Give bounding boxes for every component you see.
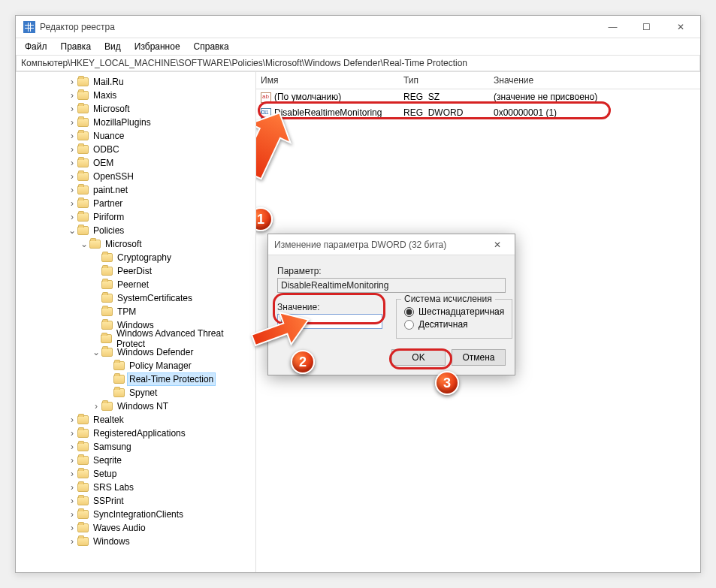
tree-item[interactable]: ›Microsoft [16,102,255,116]
tree-item-label: Windows Defender [116,346,195,358]
tree-item-label: Piriform [92,211,125,223]
dialog-close-button[interactable]: ✕ [486,240,509,250]
menu-view[interactable]: Вид [98,40,127,53]
tree-item[interactable]: ›MozillaPlugins [16,116,255,129]
tree-item-label: Cryptography [116,252,173,264]
param-name-field: DisableRealtimeMonitoring [277,278,506,293]
chevron-down-icon[interactable]: ⌄ [79,239,89,249]
value-row-default[interactable]: (По умолчанию) REG_SZ (значение не присв… [256,89,700,105]
app-icon [23,21,35,33]
tree-item[interactable]: ›Realtek [16,413,255,427]
value-row-disablerealtime[interactable]: DisableRealtimeMonitoring REG_DWORD 0x00… [256,105,700,121]
tree-item[interactable]: ›Seqrite [16,454,255,467]
tree-item[interactable]: Spynet [16,386,255,400]
menu-edit[interactable]: Правка [55,40,98,53]
folder-icon [101,307,113,316]
menu-file[interactable]: Файл [19,40,53,53]
tree-item[interactable]: Policy Manager [16,359,255,372]
folder-icon [77,226,89,235]
tree-item[interactable]: TPM [16,305,255,318]
tree-item[interactable]: Windows Advanced Threat Protect [16,332,255,345]
radio-hex-input[interactable] [404,307,414,317]
chevron-right-icon[interactable]: › [67,144,77,155]
tree-item[interactable]: ⌄Microsoft [16,237,255,251]
tree-item[interactable]: ›Samsung [16,440,255,454]
tree-item[interactable]: ›SSPrint [16,494,255,508]
dialog-titlebar[interactable]: Изменение параметра DWORD (32 бита) ✕ [268,234,515,255]
tree-item[interactable]: ›SyncIntegrationClients [16,508,255,521]
ok-button[interactable]: OK [391,349,446,366]
radio-dec-input[interactable] [404,320,414,330]
tree-item[interactable]: Cryptography [16,251,255,264]
folder-icon [101,321,113,330]
radio-hex[interactable]: Шестнадцатеричная [404,306,504,317]
tree-item[interactable]: ›Piriform [16,210,255,224]
chevron-right-icon[interactable]: › [67,131,77,141]
menu-help[interactable]: Справка [188,40,235,53]
annotation-arrow-1 [256,110,288,187]
chevron-right-icon[interactable]: › [67,523,77,533]
menu-favorites[interactable]: Избранное [128,40,186,53]
col-data[interactable]: Значение [494,75,696,86]
chevron-right-icon[interactable]: › [67,90,77,101]
chevron-right-icon[interactable]: › [67,428,77,439]
maximize-button[interactable]: ☐ [630,17,663,38]
tree-item[interactable]: Real-Time Protection [16,372,255,386]
chevron-right-icon[interactable]: › [67,198,77,209]
chevron-right-icon[interactable]: › [67,536,77,547]
col-type[interactable]: Тип [403,75,494,86]
tree-item[interactable]: ›Waves Audio [16,521,255,535]
chevron-right-icon[interactable]: › [67,158,77,168]
tree-item[interactable]: ›OEM [16,156,255,170]
chevron-down-icon[interactable]: ⌄ [91,347,101,357]
chevron-right-icon[interactable]: › [67,104,77,114]
radio-dec[interactable]: Десятичная [404,319,504,330]
chevron-right-icon[interactable]: › [67,415,77,425]
chevron-right-icon[interactable]: › [67,482,77,493]
col-name[interactable]: Имя [261,75,403,86]
address-bar[interactable]: Компьютер\HKEY_LOCAL_MACHINE\SOFTWARE\Po… [16,55,700,71]
tree-item-label: PeerDist [116,265,153,277]
chevron-right-icon[interactable]: › [67,496,77,506]
chevron-right-icon[interactable]: › [67,509,77,520]
tree-item[interactable]: ›Partner [16,197,255,210]
folder-icon [77,213,89,222]
tree-item[interactable]: ›Maxis [16,89,255,102]
folder-icon [77,496,89,505]
folder-icon [101,334,112,343]
tree-item-label: Real-Time Protection [128,373,215,385]
chevron-down-icon[interactable]: ⌄ [67,225,77,236]
tree-item[interactable]: ›OpenSSH [16,170,255,183]
chevron-right-icon[interactable]: › [67,212,77,222]
tree-item[interactable]: ⌄Policies [16,224,255,237]
chevron-right-icon[interactable]: › [67,442,77,452]
chevron-right-icon[interactable]: › [67,77,77,87]
tree-item[interactable]: ›Mail.Ru [16,75,255,89]
tree-item[interactable]: ›SRS Labs [16,481,255,494]
tree-item[interactable]: ›Setup [16,467,255,481]
cancel-button[interactable]: Отмена [452,349,506,366]
tree-item[interactable]: ›ODBC [16,143,255,156]
tree-item[interactable]: ›RegisteredApplications [16,427,255,440]
chevron-right-icon[interactable]: › [67,171,77,182]
tree-item[interactable]: ›Nuance [16,129,255,143]
base-groupbox: Система исчисления Шестнадцатеричная Дес… [396,299,512,339]
folder-icon [101,294,113,303]
tree-item[interactable]: ›paint.net [16,183,255,197]
chevron-right-icon[interactable]: › [67,455,77,466]
chevron-right-icon[interactable]: › [67,117,77,128]
tree-item[interactable]: PeerDist [16,264,255,278]
tree-item-label: OEM [92,157,115,169]
value-input[interactable] [277,314,382,329]
key-tree[interactable]: ›Mail.Ru›Maxis›Microsoft›MozillaPlugins›… [16,72,256,572]
tree-item[interactable]: Peernet [16,278,255,291]
chevron-right-icon[interactable]: › [91,401,101,412]
chevron-right-icon[interactable]: › [67,185,77,195]
tree-item[interactable]: ›Windows [16,535,255,548]
tree-item[interactable]: ›Windows NT [16,400,255,413]
tree-item[interactable]: SystemCertificates [16,291,255,305]
tree-item-label: Windows NT [116,400,170,412]
close-button[interactable]: ✕ [663,17,697,38]
chevron-right-icon[interactable]: › [67,469,77,479]
minimize-button[interactable]: — [596,17,630,38]
